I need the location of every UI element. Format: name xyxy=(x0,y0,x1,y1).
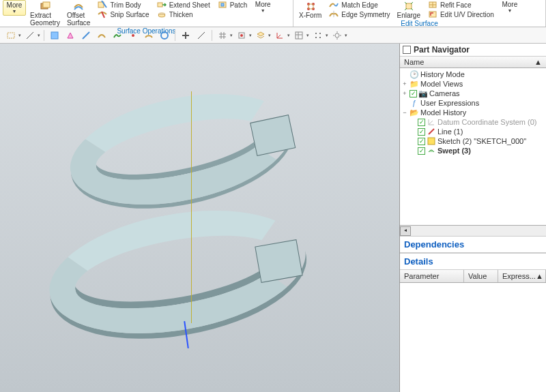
edge-symmetry-label: Edge Symmetry xyxy=(341,11,390,18)
svg-point-21 xyxy=(132,34,134,37)
tb-grid-icon[interactable] xyxy=(216,29,229,42)
axis-line xyxy=(191,91,192,323)
sketch-label: Sketch (2) "SKETCH_000" xyxy=(437,137,526,145)
extend-sheet-button[interactable]: Extend Sheet xyxy=(154,0,213,10)
svg-point-28 xyxy=(319,33,321,34)
tree-sketch[interactable]: ✓ Sketch (2) "SKETCH_000" xyxy=(401,136,545,146)
tb-line2-icon[interactable] xyxy=(195,29,208,42)
svg-rect-14 xyxy=(406,3,412,9)
extract-geometry-button[interactable]: Extract Geometry xyxy=(27,0,63,27)
svg-line-23 xyxy=(198,32,205,39)
edit-uv-button[interactable]: Edit U/V Direction xyxy=(425,10,497,19)
snip-surface-icon xyxy=(97,9,108,20)
tree-cameras[interactable]: + ✓ 📷 Cameras xyxy=(401,89,545,98)
tb-layers-icon[interactable] xyxy=(254,29,268,42)
collapse-icon[interactable]: − xyxy=(401,109,408,116)
tree-history-mode[interactable]: 🕑 History Mode xyxy=(401,70,545,79)
patch-button[interactable]: Patch xyxy=(214,0,250,10)
tree-datum[interactable]: ✓ Datum Coordinate System (0) xyxy=(401,117,545,127)
tb-rectangle-icon[interactable] xyxy=(4,29,18,42)
details-columns: Parameter Value Express...▲ xyxy=(400,270,546,283)
camera-icon: 📷 xyxy=(418,89,428,97)
folder-icon: 📁 xyxy=(410,80,419,88)
svg-rect-9 xyxy=(221,3,224,6)
more3-button[interactable]: More ▼ xyxy=(498,0,521,14)
tree-swept[interactable]: ✓ Swept (3) xyxy=(401,146,545,155)
xform-button[interactable]: X-Form xyxy=(296,0,324,20)
tb-dots-icon[interactable] xyxy=(311,29,325,42)
tb-circle-icon[interactable] xyxy=(158,29,171,42)
refit-face-button[interactable]: Refit Face xyxy=(425,0,497,10)
trim-body-button[interactable]: Trim Body xyxy=(94,0,152,10)
part-navigator-title-bar: Part Navigator xyxy=(400,44,546,57)
offset-surface-label: Offset Surface xyxy=(67,12,90,27)
quick-toolbar: ▾ ▾ ▾ ▾ ▾ ▾ ▾ ▾ ▾ xyxy=(0,27,546,44)
more2-button[interactable]: More ▼ xyxy=(251,0,274,14)
enlarge-button[interactable]: Enlarge xyxy=(394,0,422,20)
tb-wireframe-icon[interactable] xyxy=(63,29,77,42)
3d-viewport[interactable] xyxy=(0,44,399,392)
tb-snap-icon[interactable] xyxy=(235,29,248,42)
offset-surface-button[interactable]: Offset Surface xyxy=(64,0,93,27)
swept-icon xyxy=(427,147,436,155)
more2-label: More xyxy=(255,1,271,8)
tb-arc-icon[interactable] xyxy=(142,29,156,42)
parameter-col[interactable]: Parameter xyxy=(400,270,464,282)
expand-icon[interactable]: + xyxy=(401,90,408,97)
tb-axis-icon[interactable] xyxy=(273,29,287,42)
svg-rect-17 xyxy=(8,33,14,38)
tree-line[interactable]: ✓ Line (1) xyxy=(401,127,545,136)
checkbox-icon[interactable]: ✓ xyxy=(418,138,425,145)
patch-icon xyxy=(217,0,228,10)
edge-symmetry-button[interactable]: Edge Symmetry xyxy=(326,10,392,19)
thicken-button[interactable]: Thicken xyxy=(154,10,213,19)
more-label: More xyxy=(7,1,23,9)
details-section[interactable]: Details xyxy=(400,253,546,270)
checkbox-icon[interactable]: ✓ xyxy=(418,128,425,136)
tb-edge-icon[interactable] xyxy=(79,29,93,42)
value-col[interactable]: Value xyxy=(464,270,498,282)
tb-spline-icon[interactable] xyxy=(111,29,124,42)
tree-model-views[interactable]: + 📁 Model Views xyxy=(401,79,545,89)
svg-point-22 xyxy=(161,32,168,39)
svg-point-7 xyxy=(158,14,165,17)
extract-geometry-icon xyxy=(40,1,51,12)
svg-point-29 xyxy=(315,37,317,38)
tree-user-expressions[interactable]: ƒ User Expressions xyxy=(401,98,545,108)
datum-icon xyxy=(427,118,436,126)
sketch-icon xyxy=(427,137,436,145)
checkbox-icon[interactable]: ✓ xyxy=(410,90,417,97)
snip-surface-button[interactable]: Snip Surface xyxy=(94,10,152,19)
svg-point-25 xyxy=(240,34,243,37)
pin-icon[interactable] xyxy=(403,46,411,54)
checkbox-icon[interactable]: ✓ xyxy=(418,119,425,126)
expand-icon[interactable]: + xyxy=(401,80,408,87)
ribbon-group-edit-surface: X-Form Match Edge Edge Symmetry Enlarge xyxy=(293,0,546,27)
navigator-column-header[interactable]: Name ▲ xyxy=(400,57,546,68)
ribbon-group-surface-ops: More ▼ Extract Geometry Offset Surface T… xyxy=(0,0,293,27)
navigator-tree: 🕑 History Mode + 📁 Model Views + ✓ 📷 Cam… xyxy=(400,68,546,225)
tree-model-history[interactable]: − 📂 Model History xyxy=(401,108,545,117)
checkbox-icon[interactable]: ✓ xyxy=(418,147,425,155)
trim-body-label: Trim Body xyxy=(110,1,141,9)
user-expr-label: User Expressions xyxy=(420,99,479,107)
main-area: Part Navigator Name ▲ 🕑 History Mode + 📁… xyxy=(0,44,546,392)
tb-shaded-icon[interactable] xyxy=(48,29,61,42)
line-label: Line (1) xyxy=(437,127,463,136)
svg-rect-5 xyxy=(158,3,162,7)
sort-arrow-icon: ▲ xyxy=(534,58,542,66)
svg-rect-19 xyxy=(51,32,58,39)
horizontal-scrollbar[interactable]: ◂ xyxy=(400,225,546,236)
tb-cog-icon[interactable] xyxy=(330,29,344,42)
tb-curve-icon[interactable] xyxy=(95,29,109,42)
more-button[interactable]: More ▼ xyxy=(3,0,26,16)
dependencies-section[interactable]: Dependencies xyxy=(400,236,546,253)
expression-col[interactable]: Express...▲ xyxy=(498,270,546,282)
ribbon: More ▼ Extract Geometry Offset Surface T… xyxy=(0,0,546,27)
tb-point-icon[interactable] xyxy=(126,29,140,42)
tb-line-icon[interactable] xyxy=(23,29,37,42)
extend-sheet-label: Extend Sheet xyxy=(169,1,210,9)
tb-table-icon[interactable] xyxy=(292,29,306,42)
match-edge-button[interactable]: Match Edge xyxy=(326,0,392,10)
tb-plus-icon[interactable] xyxy=(179,29,192,42)
